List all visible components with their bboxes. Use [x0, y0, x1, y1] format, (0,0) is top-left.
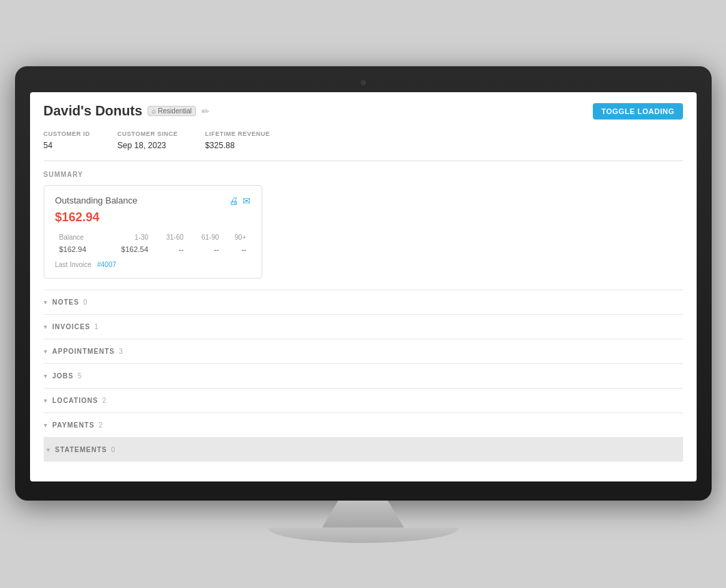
chevron-down-icon: ▾ [44, 298, 47, 306]
61-90-val: -- [188, 243, 223, 255]
chevron-down-icon: ▾ [46, 446, 50, 453]
balance-row: $162.94 $162.54 -- -- -- [55, 243, 251, 255]
col-1-30: 1-30 [104, 232, 152, 243]
customer-id-label: CUSTOMER ID [44, 130, 90, 137]
accordion-notes-header[interactable]: ▾ NOTES 0 [44, 290, 683, 314]
accordion-invoices: ▾ INVOICES 1 [44, 314, 683, 339]
accordion-jobs: ▾ JOBS 5 [44, 363, 683, 388]
1-30-val: $162.54 [104, 243, 152, 255]
accordion-appointments: ▾ APPOINTMENTS 3 [44, 339, 683, 363]
accordion-notes: ▾ NOTES 0 [44, 290, 683, 314]
home-icon: ⌂ [152, 107, 156, 115]
notes-label: NOTES [53, 298, 79, 306]
monitor-stand-base [268, 528, 459, 543]
payments-label: PAYMENTS [53, 421, 95, 429]
monitor-wrapper: David's Donuts ⌂ Residential ✏ TOGGLE LO… [0, 46, 726, 543]
screen-content: David's Donuts ⌂ Residential ✏ TOGGLE LO… [30, 92, 697, 481]
customer-type-badge: ⌂ Residential [148, 106, 196, 116]
lifetime-revenue-block: LIFETIME REVENUE $325.88 [205, 130, 270, 151]
accordion-payments: ▾ PAYMENTS 2 [44, 412, 683, 437]
jobs-count: 5 [78, 372, 82, 380]
card-header: Outstanding Balance 🖨 ✉ [55, 195, 251, 206]
statements-label: STATEMENTS [55, 446, 107, 453]
accordion-payments-header[interactable]: ▾ PAYMENTS 2 [44, 413, 683, 437]
last-invoice-label: Last Invoice [55, 261, 92, 268]
accordion-appointments-header[interactable]: ▾ APPOINTMENTS 3 [44, 339, 683, 363]
statements-count: 0 [111, 446, 115, 453]
accordion-jobs-header[interactable]: ▾ JOBS 5 [44, 364, 683, 388]
90plus-val: -- [223, 243, 251, 255]
outstanding-balance-card: Outstanding Balance 🖨 ✉ $162.94 Balance … [44, 185, 262, 279]
locations-label: LOCATIONS [53, 397, 98, 404]
appointments-count: 3 [119, 348, 123, 355]
card-actions: 🖨 ✉ [229, 195, 251, 206]
monitor-stand-neck [322, 501, 404, 528]
chevron-down-icon: ▾ [44, 421, 47, 429]
customer-since-value: Sep 18, 2023 [117, 141, 166, 150]
outstanding-title: Outstanding Balance [55, 195, 138, 206]
customer-since-block: CUSTOMER SINCE Sep 18, 2023 [117, 130, 178, 151]
accordion-locations-header[interactable]: ▾ LOCATIONS 2 [44, 389, 683, 412]
invoices-label: INVOICES [53, 323, 91, 331]
last-invoice-row: Last Invoice #4007 [55, 261, 251, 268]
chevron-down-icon: ▾ [44, 323, 47, 331]
summary-section-header: SUMMARY [44, 171, 683, 178]
badge-label: Residential [158, 107, 191, 115]
lifetime-revenue-label: LIFETIME REVENUE [205, 130, 270, 137]
customer-info: CUSTOMER ID 54 CUSTOMER SINCE Sep 18, 20… [44, 130, 683, 161]
appointments-label: APPOINTMENTS [53, 348, 115, 355]
invoices-count: 1 [94, 323, 98, 331]
last-invoice-link[interactable]: #4007 [97, 261, 116, 268]
monitor-screen: David's Donuts ⌂ Residential ✏ TOGGLE LO… [30, 92, 697, 481]
col-31-60: 31-60 [152, 232, 188, 243]
title-area: David's Donuts ⌂ Residential ✏ [44, 103, 210, 119]
edit-icon[interactable]: ✏ [201, 106, 210, 117]
top-bar: David's Donuts ⌂ Residential ✏ TOGGLE LO… [44, 103, 683, 120]
accordion-statements-header[interactable]: ▾ STATEMENTS 0 [44, 438, 683, 462]
accordion-container: ▾ NOTES 0 ▾ INVOICES 1 [44, 290, 683, 462]
col-90plus: 90+ [223, 232, 251, 243]
monitor-camera [361, 80, 366, 85]
jobs-label: JOBS [53, 372, 74, 380]
accordion-invoices-header[interactable]: ▾ INVOICES 1 [44, 315, 683, 339]
email-icon[interactable]: ✉ [242, 195, 251, 206]
customer-since-label: CUSTOMER SINCE [117, 130, 178, 137]
31-60-val: -- [152, 243, 188, 255]
app-title: David's Donuts [44, 103, 143, 119]
accordion-locations: ▾ LOCATIONS 2 [44, 388, 683, 412]
print-icon[interactable]: 🖨 [229, 195, 238, 206]
chevron-down-icon: ▾ [44, 397, 47, 404]
balance-table: Balance 1-30 31-60 61-90 90+ $162.94 $16… [55, 232, 251, 255]
accordion-statements: ▾ STATEMENTS 0 [44, 437, 683, 462]
toggle-loading-button[interactable]: TOGGLE LOADING [593, 103, 682, 120]
locations-count: 2 [102, 397, 107, 404]
monitor-bezel: David's Donuts ⌂ Residential ✏ TOGGLE LO… [15, 66, 712, 501]
chevron-down-icon: ▾ [44, 372, 47, 380]
col-balance: Balance [55, 232, 104, 243]
col-61-90: 61-90 [188, 232, 223, 243]
customer-id-block: CUSTOMER ID 54 [44, 130, 90, 151]
outstanding-amount: $162.94 [55, 210, 251, 225]
customer-id-value: 54 [44, 141, 53, 150]
notes-count: 0 [83, 298, 87, 306]
chevron-down-icon: ▾ [44, 348, 47, 355]
lifetime-revenue-value: $325.88 [205, 141, 234, 150]
balance-val: $162.94 [55, 243, 104, 255]
payments-count: 2 [98, 421, 102, 429]
